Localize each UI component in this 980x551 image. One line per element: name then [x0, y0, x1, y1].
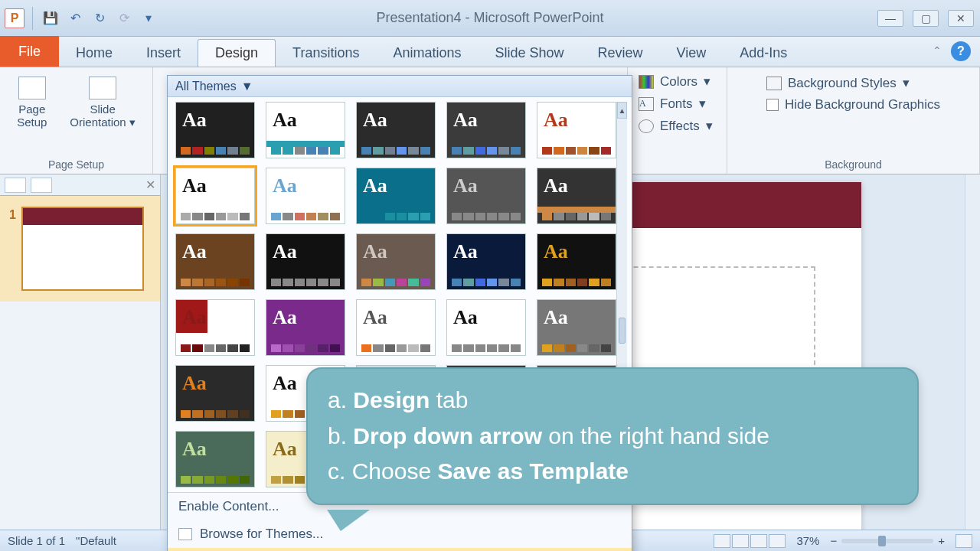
background-styles-icon — [766, 77, 782, 90]
group-page-setup: Page Setup Slide Orientation ▾ Page Setu… — [0, 67, 153, 174]
theme-tile-25[interactable]: Aa — [175, 431, 255, 487]
group-label-pagesetup: Page Setup — [0, 158, 152, 171]
save-current-theme-item[interactable]: Save Current Theme... — [168, 548, 632, 551]
theme-tile-3[interactable]: Aa — [446, 102, 526, 158]
scroll-up-icon[interactable]: ▲ — [617, 102, 627, 119]
colors-button[interactable]: Colors ▾ — [639, 73, 713, 90]
status-theme-name: "Default — [76, 534, 116, 547]
help-icon[interactable]: ? — [951, 41, 971, 61]
tab-design[interactable]: Design — [198, 39, 276, 67]
theme-tile-15[interactable]: Aa — [175, 299, 255, 356]
theme-tile-13[interactable]: Aa — [446, 233, 526, 290]
redo-icon[interactable]: ↻ — [90, 8, 109, 28]
title-bar: P 💾 ↶ ↻ ⟳ ▾ Presentation4 - Microsoft Po… — [0, 0, 980, 37]
group-label-background: Background — [727, 158, 979, 171]
tab-review[interactable]: Review — [581, 39, 660, 67]
theme-tile-8[interactable]: Aa — [446, 168, 526, 224]
scroll-handle[interactable] — [619, 318, 626, 344]
slides-view-button[interactable] — [5, 178, 26, 193]
reading-view-button[interactable] — [750, 534, 767, 548]
theme-tile-11[interactable]: Aa — [266, 233, 345, 290]
tab-addins[interactable]: Add-Ins — [723, 39, 804, 67]
minimize-button[interactable]: — — [877, 10, 903, 27]
slide-thumbnail-1[interactable]: 1 — [21, 207, 144, 291]
theme-tile-16[interactable]: Aa — [266, 299, 345, 356]
group-background: Background Styles ▾ Hide Background Grap… — [727, 67, 980, 174]
tab-view[interactable]: View — [660, 39, 724, 67]
tutorial-callout: a. Design tab b. Drop down arrow on the … — [306, 367, 919, 505]
slide-number: 1 — [9, 208, 16, 222]
fit-to-window-button[interactable] — [956, 534, 972, 548]
theme-tile-7[interactable]: Aa — [356, 168, 436, 224]
theme-tile-0[interactable]: Aa — [175, 102, 255, 158]
tab-insert[interactable]: Insert — [129, 39, 198, 67]
page-setup-icon — [18, 77, 46, 99]
tab-slideshow[interactable]: Slide Show — [479, 39, 581, 67]
maximize-button[interactable]: ▢ — [913, 10, 939, 27]
theme-tile-9[interactable]: Aa — [537, 168, 616, 224]
slideshow-view-button[interactable] — [769, 534, 786, 548]
zoom-slider[interactable]: − + — [830, 534, 945, 547]
tab-animations[interactable]: Animations — [376, 39, 478, 67]
colors-icon — [639, 75, 654, 89]
undo-icon[interactable]: ↶ — [65, 8, 85, 28]
theme-tile-2[interactable]: Aa — [356, 102, 436, 158]
sorter-view-button[interactable] — [732, 534, 749, 548]
theme-tile-4[interactable]: Aa — [537, 102, 616, 158]
zoom-in-icon[interactable]: + — [938, 534, 945, 547]
hide-background-checkbox[interactable]: Hide Background Graphics — [766, 97, 940, 112]
qat-more-icon[interactable]: ▾ — [139, 8, 158, 28]
thumb-header-bar — [23, 208, 142, 225]
outline-view-button[interactable] — [31, 178, 52, 193]
theme-tile-12[interactable]: Aa — [356, 233, 436, 290]
tab-file[interactable]: File — [0, 36, 59, 67]
panel-close-icon[interactable]: ✕ — [145, 178, 155, 192]
save-icon[interactable]: 💾 — [41, 8, 60, 28]
zoom-level: 37% — [796, 534, 819, 547]
theme-tile-10[interactable]: Aa — [175, 233, 255, 290]
chevron-down-icon: ▼ — [241, 80, 253, 93]
slide-thumbnail-container: 1 — [0, 196, 160, 302]
panel-view-switch: ✕ — [0, 174, 160, 196]
status-slide-indicator: Slide 1 of 1 — [8, 534, 65, 547]
browse-themes-item[interactable]: Browse for Themes... — [168, 520, 632, 548]
effects-button[interactable]: Effects ▾ — [639, 118, 713, 134]
effects-icon — [639, 119, 654, 133]
repeat-icon[interactable]: ⟳ — [114, 8, 134, 28]
theme-tile-6[interactable]: Aa — [266, 168, 345, 224]
close-button[interactable]: ✕ — [948, 10, 974, 27]
view-buttons — [714, 534, 786, 548]
slides-panel: ✕ 1 — [0, 174, 161, 530]
theme-tile-20[interactable]: Aa — [175, 365, 255, 422]
checkbox-icon — [766, 99, 779, 111]
theme-tile-19[interactable]: Aa — [537, 299, 616, 356]
background-styles-button[interactable]: Background Styles ▾ — [766, 75, 940, 91]
slide-orientation-button[interactable]: Slide Orientation ▾ — [64, 73, 142, 132]
gallery-header[interactable]: All Themes ▼ — [168, 76, 632, 97]
group-variants: Colors ▾ AFonts ▾ Effects ▾ — [628, 67, 727, 174]
app-icon[interactable]: P — [5, 8, 24, 28]
ribbon-tabs: File Home Insert Design Transitions Anim… — [0, 37, 980, 67]
tab-transitions[interactable]: Transitions — [276, 39, 376, 67]
normal-view-button[interactable] — [714, 534, 730, 548]
page-setup-label: Page Setup — [17, 103, 47, 129]
theme-tile-14[interactable]: Aa — [537, 233, 616, 290]
tab-home[interactable]: Home — [59, 39, 129, 67]
gallery-title: All Themes — [175, 80, 237, 93]
folder-icon — [178, 528, 192, 540]
orientation-icon — [89, 77, 116, 99]
slide-orientation-label: Slide Orientation ▾ — [70, 103, 136, 129]
page-setup-button[interactable]: Page Setup — [11, 73, 53, 132]
theme-tile-5[interactable]: Aa — [175, 168, 255, 224]
zoom-out-icon[interactable]: − — [830, 534, 837, 547]
fonts-icon: A — [639, 97, 654, 111]
fonts-button[interactable]: AFonts ▾ — [639, 96, 713, 112]
window-title: Presentation4 - Microsoft PowerPoint — [376, 10, 603, 26]
vertical-scrollbar[interactable] — [965, 174, 980, 530]
theme-tile-17[interactable]: Aa — [356, 299, 436, 356]
theme-tile-1[interactable]: Aa — [266, 102, 345, 158]
quick-access-toolbar: P 💾 ↶ ↻ ⟳ ▾ — [0, 7, 158, 30]
theme-tile-18[interactable]: Aa — [446, 299, 526, 356]
minimize-ribbon-icon[interactable]: ⌃ — [933, 44, 942, 57]
